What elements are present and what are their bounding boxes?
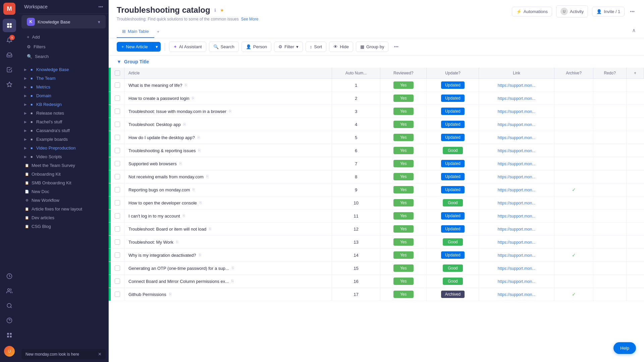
sidebar-apps-icon[interactable] xyxy=(3,19,16,32)
table-row[interactable]: Generating an OTP (one-time password) fo… xyxy=(109,262,644,275)
archive-cell[interactable] xyxy=(554,223,593,236)
automations-button[interactable]: ⚡ Automations xyxy=(512,7,552,16)
update-cell[interactable]: Good xyxy=(427,275,479,288)
update-cell[interactable]: Updated xyxy=(427,223,479,236)
nav-item-example-boards[interactable]: ▶ ■ Example boards xyxy=(21,135,106,143)
archive-cell[interactable] xyxy=(554,236,593,249)
link-value[interactable]: https://support.mon... xyxy=(498,227,536,232)
people-icon[interactable] xyxy=(3,284,16,298)
article-cell[interactable]: Connect Board and Mirror Column permissi… xyxy=(124,275,332,288)
redo-cell[interactable] xyxy=(593,170,626,183)
reviewed-cell[interactable]: Yes xyxy=(380,223,426,236)
link-value[interactable]: https://support.mon... xyxy=(498,266,536,271)
copy-icon[interactable]: ⎘ xyxy=(183,122,186,127)
nav-item-rachels-stuff[interactable]: ▶ ■ Rachel's stuff xyxy=(21,117,106,126)
header-more-button[interactable]: ••• xyxy=(629,8,636,15)
copy-icon[interactable]: ⎘ xyxy=(199,253,201,257)
nav-item-cassandras-stuff[interactable]: ▶ ■ Cassandra's stuff xyxy=(21,126,106,135)
update-cell[interactable]: Updated xyxy=(427,92,479,105)
nav-item-release-notes[interactable]: ▶ ■ Release notes xyxy=(21,109,106,117)
update-cell[interactable]: Good xyxy=(427,196,479,209)
link-cell[interactable]: https://support.mon... xyxy=(479,131,554,144)
row-checkbox[interactable] xyxy=(115,82,120,88)
row-checkbox[interactable] xyxy=(115,109,120,114)
copy-icon[interactable]: ⎘ xyxy=(198,135,200,140)
copy-icon[interactable]: ⎘ xyxy=(169,292,171,297)
reviewed-cell[interactable]: Yes xyxy=(380,249,426,262)
table-row[interactable]: Connect Board and Mirror Column permissi… xyxy=(109,275,644,288)
link-value[interactable]: https://support.mon... xyxy=(498,109,536,114)
add-tab-button[interactable]: + xyxy=(154,26,162,38)
nav-item-knowledge-base[interactable]: ▶ ■ Knowledge Base xyxy=(21,65,106,74)
filter-button[interactable]: ⚙ Filter ▾ xyxy=(274,42,303,52)
article-cell[interactable]: Reporting bugs on monday.com ⎘ xyxy=(124,183,332,196)
archive-cell[interactable] xyxy=(554,275,593,288)
link-value[interactable]: https://support.mon... xyxy=(498,122,536,127)
row-checkbox[interactable] xyxy=(115,135,120,140)
nav-item-new-doc[interactable]: 📄 New Doc xyxy=(21,187,106,196)
redo-cell[interactable] xyxy=(593,209,626,223)
link-value[interactable]: https://support.mon... xyxy=(498,214,536,219)
update-cell[interactable]: Updated xyxy=(427,183,479,196)
table-row[interactable]: Github Permissions ⎘ 17 Yes Archived htt… xyxy=(109,288,644,301)
row-checkbox[interactable] xyxy=(115,187,120,192)
redo-cell[interactable] xyxy=(593,79,626,92)
toolbar-more-button[interactable]: ••• xyxy=(391,42,401,52)
nav-item-video-scripts[interactable]: ▶ ■ Video Scripts xyxy=(21,152,106,161)
update-cell[interactable]: Updated xyxy=(427,79,479,92)
update-cell[interactable]: Updated xyxy=(427,170,479,183)
activity-button[interactable]: U Activity xyxy=(556,5,588,17)
link-cell[interactable]: https://support.mon... xyxy=(479,92,554,105)
article-cell[interactable]: How do I update the desktop app? ⎘ xyxy=(124,131,332,144)
reviewed-column-header[interactable]: Reviewed? xyxy=(380,68,426,79)
table-row[interactable]: How to create a password login ⎘ 2 Yes U… xyxy=(109,92,644,105)
see-more-link[interactable]: See More xyxy=(241,17,258,21)
link-cell[interactable]: https://support.mon... xyxy=(479,79,554,92)
article-cell[interactable]: Supported web browsers ⎘ xyxy=(124,157,332,170)
row-checkbox[interactable] xyxy=(115,200,120,205)
search-sidebar-button[interactable]: 🔍 Search xyxy=(24,52,103,61)
table-row[interactable]: Why is my integration deactivated? ⎘ 14 … xyxy=(109,249,644,262)
info-icon[interactable]: ℹ xyxy=(214,8,216,13)
link-value[interactable]: https://support.mon... xyxy=(498,148,536,153)
article-cell[interactable]: Not receiving emails from monday.com ⎘ xyxy=(124,170,332,183)
link-cell[interactable]: https://support.mon... xyxy=(479,196,554,209)
redo-cell[interactable] xyxy=(593,275,626,288)
archive-cell[interactable] xyxy=(554,209,593,223)
nav-item-new-workflow[interactable]: ⚙ New Workflow xyxy=(21,196,106,204)
search-button[interactable]: 🔍 Search xyxy=(209,42,239,52)
table-row[interactable]: What is the meaning of life? ⎘ 1 Yes Upd… xyxy=(109,79,644,92)
reviewed-cell[interactable]: Yes xyxy=(380,170,426,183)
update-cell[interactable]: Updated xyxy=(427,131,479,144)
update-column-header[interactable]: Update? xyxy=(427,68,479,79)
copy-icon[interactable]: ⎘ xyxy=(183,214,185,218)
table-row[interactable]: Troubleshoot: Desktop app ⎘ 4 Yes Update… xyxy=(109,118,644,131)
archive-cell[interactable] xyxy=(554,262,593,275)
archive-cell[interactable]: ✓ xyxy=(554,183,593,196)
table-row[interactable]: Troubleshoot: Issue with monday.com in a… xyxy=(109,105,644,118)
row-checkbox[interactable] xyxy=(115,265,120,271)
nav-item-video-preproduction[interactable]: ▶ ■ Video Preproduction xyxy=(21,143,106,152)
help-button[interactable]: Help xyxy=(613,342,636,354)
reviewed-cell[interactable]: Yes xyxy=(380,288,426,301)
redo-cell[interactable] xyxy=(593,92,626,105)
user-avatar[interactable]: U xyxy=(4,346,15,357)
article-cell[interactable]: Troubleshoot: Issue with monday.com in a… xyxy=(124,105,332,118)
link-cell[interactable]: https://support.mon... xyxy=(479,170,554,183)
archive-cell[interactable] xyxy=(554,131,593,144)
archive-cell[interactable] xyxy=(554,196,593,209)
row-checkbox[interactable] xyxy=(115,226,120,232)
collapse-button[interactable]: ∧ xyxy=(632,27,636,34)
article-cell[interactable]: Troubleshoot: My Work ⎘ xyxy=(124,236,332,249)
archive-cell[interactable]: ✓ xyxy=(554,288,593,301)
redo-cell[interactable] xyxy=(593,236,626,249)
archive-cell[interactable] xyxy=(554,79,593,92)
link-cell[interactable]: https://support.mon... xyxy=(479,236,554,249)
redo-cell[interactable] xyxy=(593,118,626,131)
star-icon[interactable]: ★ xyxy=(220,8,224,13)
copy-icon[interactable]: ⎘ xyxy=(200,200,202,205)
reviewed-cell[interactable]: Yes xyxy=(380,144,426,157)
update-cell[interactable]: Archived xyxy=(427,288,479,301)
reviewed-cell[interactable]: Yes xyxy=(380,157,426,170)
copy-icon[interactable]: ⎘ xyxy=(206,174,209,179)
